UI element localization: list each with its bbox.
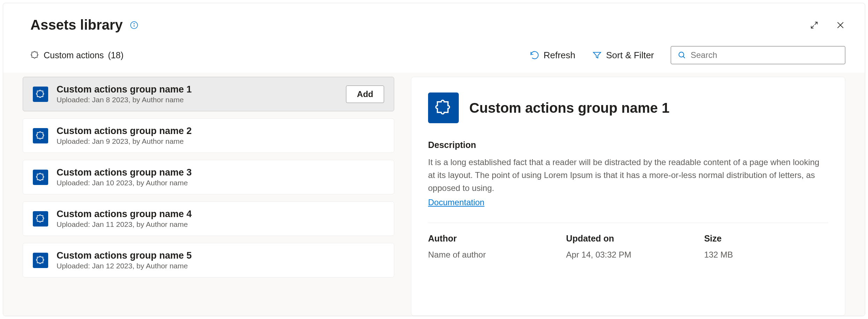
size-value: 132 MB [704,250,828,260]
list-item[interactable]: Custom actions group name 5Uploaded: Jan… [23,243,394,277]
item-title: Custom actions group name 4 [57,209,384,220]
list-item[interactable]: Custom actions group name 4Uploaded: Jan… [23,201,394,236]
svg-point-2 [134,23,134,24]
category-label: Custom actions [44,50,104,60]
panel-header: Assets library [3,3,865,36]
puzzle-icon [33,170,48,185]
toolbar: Custom actions (18) Refresh Sort & Filte… [3,36,865,73]
category-count: (18) [108,50,123,60]
category-breadcrumb: Custom actions (18) [30,50,124,60]
list-panel: Custom actions group name 1Uploaded: Jan… [23,77,394,316]
author-value: Name of author [428,250,552,260]
add-button[interactable]: Add [346,86,384,103]
updated-label: Updated on [566,233,690,244]
documentation-link[interactable]: Documentation [428,198,484,207]
puzzle-icon [428,92,459,123]
detail-panel: Custom actions group name 1 Description … [411,77,845,316]
svg-line-6 [683,56,685,58]
search-input[interactable] [691,50,839,60]
divider [428,223,828,223]
search-box[interactable] [671,46,845,64]
puzzle-icon [30,51,39,60]
close-icon[interactable] [836,20,845,30]
description-label: Description [428,140,828,150]
sort-filter-button[interactable]: Sort & Filter [592,50,654,61]
size-label: Size [704,233,828,244]
list-item[interactable]: Custom actions group name 2Uploaded: Jan… [23,118,394,153]
list-item[interactable]: Custom actions group name 3Uploaded: Jan… [23,160,394,194]
puzzle-icon [33,211,48,227]
svg-point-5 [679,52,684,57]
page-title: Assets library [30,17,123,33]
puzzle-icon [33,253,48,268]
description-text: It is a long established fact that a rea… [428,156,828,195]
item-meta: Uploaded: Jan 12 2023, by Author name [57,262,384,270]
list-item[interactable]: Custom actions group name 1Uploaded: Jan… [23,77,394,111]
sort-filter-label: Sort & Filter [606,50,654,61]
author-label: Author [428,233,552,244]
item-meta: Uploaded: Jan 8 2023, by Author name [57,96,338,104]
refresh-button[interactable]: Refresh [530,50,575,61]
puzzle-icon [33,87,48,102]
puzzle-icon [33,128,48,143]
item-title: Custom actions group name 1 [57,84,338,95]
expand-icon[interactable] [810,21,819,30]
updated-value: Apr 14, 03:32 PM [566,250,690,260]
item-title: Custom actions group name 2 [57,126,384,136]
item-title: Custom actions group name 5 [57,250,384,261]
item-title: Custom actions group name 3 [57,167,384,178]
refresh-label: Refresh [544,50,575,61]
item-meta: Uploaded: Jan 11 2023, by Author name [57,220,384,229]
info-icon[interactable] [130,21,138,29]
detail-title: Custom actions group name 1 [469,100,669,116]
item-meta: Uploaded: Jan 9 2023, by Author name [57,137,384,146]
item-meta: Uploaded: Jan 10 2023, by Author name [57,179,384,187]
